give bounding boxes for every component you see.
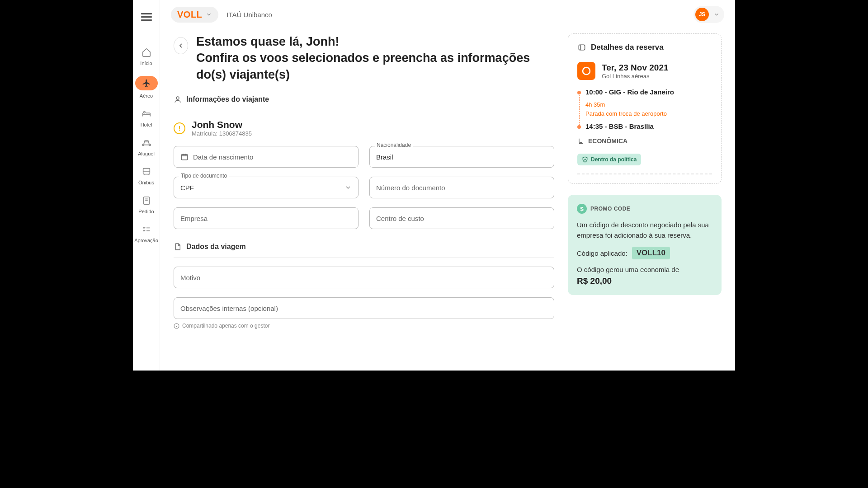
nationality-input[interactable] (376, 153, 547, 161)
nav-label: Aprovação (134, 238, 158, 243)
nav-pedido[interactable]: Pedido (133, 195, 160, 214)
brand-switcher[interactable]: VOLL (171, 7, 218, 23)
dob-field[interactable]: Data de nascimento (174, 146, 359, 168)
svg-rect-5 (579, 45, 585, 50)
brand-logo: VOLL (177, 9, 202, 20)
flight-date: Ter, 23 Nov 2021 (602, 63, 669, 73)
airline-logo (577, 62, 595, 80)
bus-icon (141, 166, 152, 177)
policy-badge: Dentro da política (577, 154, 641, 165)
doc-type-field[interactable]: Tipo de documento CPF (174, 177, 359, 198)
reason-field[interactable]: Motivo (174, 267, 554, 288)
warning-icon: ! (174, 122, 185, 134)
user-menu[interactable]: JS (693, 6, 724, 23)
nav-onibus[interactable]: Ônibus (133, 166, 160, 185)
promo-card: $ PROMO CODE Um código de desconto negoc… (568, 195, 722, 295)
promo-label: PROMO CODE (590, 206, 630, 212)
document-icon (174, 243, 182, 251)
svg-point-2 (176, 97, 179, 99)
sidebar: Início Aéreo Hotel Aluguel Ônibus Pedido (133, 0, 160, 371)
arrival: 14:35 - BSB - Brasília (585, 122, 712, 130)
ticket-icon (141, 195, 152, 206)
svg-rect-0 (143, 169, 150, 174)
nav-aprovacao[interactable]: Aprovação (133, 224, 160, 243)
stop-note: Parada com troca de aeroporto (585, 109, 712, 118)
chevron-down-icon (713, 11, 720, 18)
nav-aereo[interactable]: Aéreo (133, 76, 160, 99)
person-icon (174, 95, 182, 103)
nav-label: Hotel (141, 122, 152, 127)
booking-details-card: Detalhes da reserva Ter, 23 Nov 2021 Gol… (568, 33, 722, 184)
traveler-registration: Matrícula: 1306874835 (192, 130, 252, 137)
avatar: JS (695, 8, 709, 21)
airline-name: Gol Linhas aéreas (602, 73, 669, 80)
bed-icon (141, 108, 152, 119)
promo-savings-label: O código gerou uma economia de (577, 266, 712, 273)
svg-rect-3 (181, 155, 188, 160)
nationality-field[interactable]: Nacionalidade (369, 146, 554, 168)
notes-hint: Compartilhado apenas com o gestor (182, 323, 269, 329)
promo-applied-label: Código aplicado: (577, 249, 627, 257)
chevron-down-icon (344, 184, 352, 191)
ticket-icon (577, 43, 586, 52)
cost-center-field[interactable]: Centro de custo (369, 207, 554, 229)
calendar-icon (180, 153, 189, 161)
departure: 10:00 - GIG - Rio de Janeiro (585, 88, 712, 96)
traveler-name: Jonh Snow (192, 119, 252, 130)
traveler-section-header: Informações do viajante (174, 95, 554, 110)
notes-field[interactable]: Observações internas (opcional) Comparti… (174, 297, 554, 329)
seat-icon (577, 137, 585, 145)
flight-duration: 4h 35m (585, 100, 712, 109)
doc-number-field[interactable]: Número do documento (369, 177, 554, 198)
back-button[interactable] (174, 37, 188, 54)
fare-class: ECONÔMICA (588, 137, 627, 145)
nav-label: Início (140, 61, 152, 66)
dollar-icon: $ (577, 204, 587, 214)
checklist-icon (141, 224, 152, 235)
nav-label: Aéreo (140, 93, 153, 99)
info-icon (174, 323, 179, 329)
nav-label: Aluguel (138, 151, 155, 156)
hamburger-icon[interactable] (141, 11, 152, 22)
company-field[interactable]: Empresa (174, 207, 359, 229)
nav-label: Pedido (138, 209, 154, 214)
trip-section-header: Dados da viagem (174, 243, 554, 258)
svg-point-6 (583, 67, 590, 75)
page-title: Estamos quase lá, Jonh! Confira os voos … (196, 33, 554, 83)
car-icon (141, 137, 152, 148)
promo-description: Um código de desconto negociado pela sua… (577, 220, 712, 240)
chevron-down-icon (206, 11, 212, 18)
nav-aluguel[interactable]: Aluguel (133, 137, 160, 156)
promo-code: VOLL10 (632, 247, 670, 259)
header: VOLL ITAÚ Unibanco JS (160, 0, 735, 29)
nav-label: Ônibus (138, 180, 154, 185)
nav-inicio[interactable]: Início (133, 47, 160, 66)
company-name: ITAÚ Unibanco (226, 11, 272, 19)
promo-savings-value: R$ 20,00 (577, 276, 712, 286)
home-icon (141, 47, 152, 58)
nav-hotel[interactable]: Hotel (133, 108, 160, 127)
plane-icon (141, 78, 152, 89)
